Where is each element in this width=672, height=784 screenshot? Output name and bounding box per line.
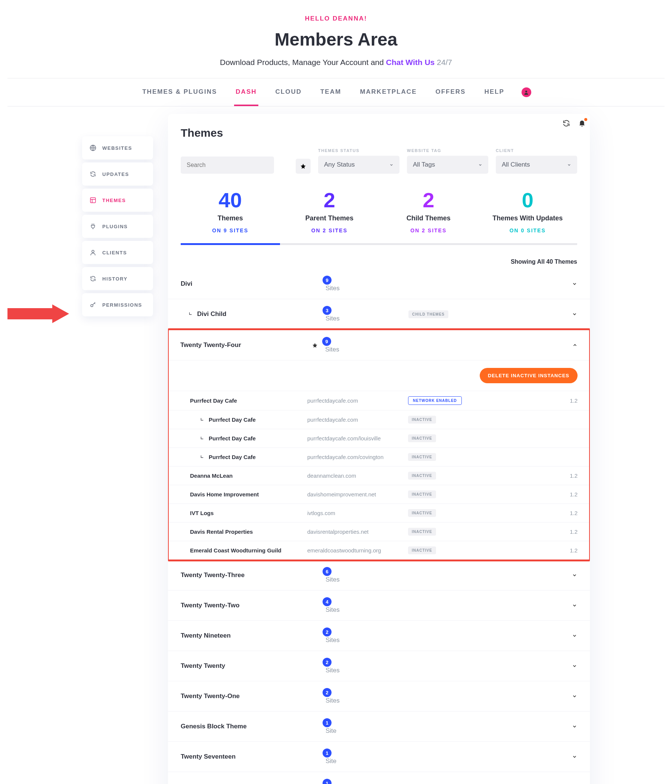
sidebar-item-label: CLIENTS	[102, 250, 127, 255]
theme-row[interactable]: Genesis Block Theme1Site	[168, 711, 590, 742]
page-subtitle: Download Products, Manage Your Account a…	[8, 58, 664, 67]
status-badge-inactive: INACTIVE	[408, 490, 436, 498]
status-filter[interactable]: Any Status	[318, 156, 399, 174]
instance-row[interactable]: Purrfect Day Cafepurrfectdaycafe.com/lou…	[169, 429, 589, 448]
instance-name: Davis Home Improvement	[180, 491, 307, 498]
instance-row[interactable]: Purrfect Day Cafepurrfectdaycafe.comNETW…	[169, 391, 589, 411]
nav-team[interactable]: TEAM	[319, 78, 343, 106]
stat-themes[interactable]: 40ThemesON 9 SITES	[181, 187, 280, 243]
refresh-icon[interactable]	[562, 119, 570, 128]
theme-row[interactable]: Twenty Twenty2Sites	[168, 651, 590, 681]
theme-row[interactable]: Twenty Sixteen1Site	[168, 772, 590, 784]
client-filter-label: CLIENT	[496, 148, 577, 153]
child-arrow-icon	[188, 311, 193, 317]
nav-themes-plugins[interactable]: THEMES & PLUGINS	[141, 78, 219, 106]
instance-name: Emerald Coast Woodturning Guild	[180, 547, 307, 554]
favorite-toggle[interactable]	[307, 342, 322, 348]
main-nav: THEMES & PLUGINSDASHCLOUDTEAMMARKETPLACE…	[8, 78, 664, 106]
stat-label: Themes	[181, 215, 280, 222]
theme-row[interactable]: Twenty Twenty-One2Sites	[168, 681, 590, 711]
sidebar-item-clients[interactable]: CLIENTS	[82, 241, 153, 264]
delete-inactive-button[interactable]: DELETE INACTIVE INSTANCES	[480, 368, 577, 383]
client-filter[interactable]: All Clients	[496, 156, 577, 174]
instance-url: purrfectdaycafe.com	[307, 417, 408, 423]
search-input[interactable]	[181, 157, 274, 174]
theme-name: Twenty Twenty-Two	[181, 602, 307, 609]
refresh-icon	[90, 275, 96, 282]
instance-name: Purrfect Day Cafe	[180, 397, 307, 404]
chevron-down-icon[interactable]	[572, 311, 577, 317]
stat-sub: ON 9 SITES	[181, 227, 280, 233]
instance-version: 1.2	[548, 510, 577, 516]
status-badge-network: NETWORK ENABLED	[408, 396, 462, 405]
stat-child-themes[interactable]: 2Child ThemesON 2 SITES	[379, 187, 478, 243]
stat-themes-with-updates[interactable]: 0Themes With UpdatesON 0 SITES	[478, 187, 577, 243]
person-icon	[90, 249, 96, 256]
instance-row[interactable]: Davis Home Improvementdavishomeimproveme…	[169, 485, 589, 504]
chevron-down-icon[interactable]	[572, 754, 577, 759]
nav-help[interactable]: HELP	[483, 78, 506, 106]
site-count-badge: 2	[323, 658, 332, 667]
site-count-badge: 4	[323, 597, 332, 606]
instance-row[interactable]: Davis Rental Propertiesdavisrentalproper…	[169, 523, 589, 541]
instance-name: Deanna McLean	[180, 473, 307, 479]
main-panel: Themes THEMES STATUS Any Status WEBSITE …	[168, 114, 590, 784]
chevron-down-icon[interactable]	[572, 603, 577, 608]
instance-name: Purrfect Day Cafe	[180, 435, 307, 442]
sidebar-item-label: THEMES	[102, 198, 126, 203]
nav-offers[interactable]: OFFERS	[434, 78, 467, 106]
chevron-down-icon[interactable]	[572, 694, 577, 699]
chevron-down-icon[interactable]	[572, 663, 577, 669]
child-arrow-icon	[200, 417, 205, 422]
sidebar-item-plugins[interactable]: PLUGINS	[82, 215, 153, 238]
instance-row[interactable]: IVT Logsivtlogs.comINACTIVE1.2	[169, 504, 589, 523]
theme-row[interactable]: Divi9Sites	[168, 269, 590, 299]
instance-url: purrfectdaycafe.com	[307, 397, 408, 404]
sidebar-item-updates[interactable]: UPDATES	[82, 162, 153, 186]
sidebar-item-history[interactable]: HISTORY	[82, 267, 153, 290]
nav-marketplace[interactable]: MARKETPLACE	[359, 78, 418, 106]
instance-row[interactable]: Deanna McLeandeannamclean.comINACTIVE1.2	[169, 467, 589, 485]
bell-icon[interactable]	[578, 119, 586, 128]
nav-dash[interactable]: DASH	[234, 78, 258, 106]
nav-cloud[interactable]: CLOUD	[274, 78, 303, 106]
chat-link[interactable]: Chat With Us	[386, 58, 435, 67]
stat-label: Child Themes	[379, 215, 478, 222]
chevron-down-icon[interactable]	[572, 572, 577, 578]
status-filter-label: THEMES STATUS	[318, 148, 399, 153]
instance-url: emeraldcoastwoodturning.org	[307, 547, 408, 554]
stat-number: 2	[280, 188, 379, 212]
sidebar: WEBSITESUPDATESTHEMESPLUGINSCLIENTSHISTO…	[82, 136, 153, 316]
instance-name: Davis Rental Properties	[180, 529, 307, 535]
instance-row[interactable]: Emerald Coast Woodturning Guildemeraldco…	[169, 541, 589, 560]
chevron-down-icon[interactable]	[572, 724, 577, 729]
chevron-down-icon[interactable]	[572, 633, 577, 638]
theme-row[interactable]: Twenty Nineteen2Sites	[168, 621, 590, 651]
refresh-icon	[90, 171, 96, 177]
favorites-filter[interactable]	[296, 159, 310, 174]
sidebar-item-websites[interactable]: WEBSITES	[82, 136, 153, 160]
instance-url: purrfectdaycafe.com/louisville	[307, 435, 408, 442]
chevron-up-icon[interactable]	[572, 342, 577, 348]
status-badge-inactive: INACTIVE	[408, 509, 436, 517]
theme-name: Genesis Block Theme	[181, 723, 307, 730]
site-count-badge: 9	[322, 337, 331, 346]
theme-row[interactable]: Divi Child3SitesCHILD THEMES	[168, 299, 590, 330]
tag-filter[interactable]: All Tags	[407, 156, 488, 174]
user-avatar[interactable]	[521, 87, 531, 97]
instance-row[interactable]: Purrfect Day Cafepurrfectdaycafe.com/cov…	[169, 448, 589, 467]
child-arrow-icon	[200, 436, 205, 441]
sidebar-item-themes[interactable]: THEMES	[82, 189, 153, 212]
stat-parent-themes[interactable]: 2Parent ThemesON 2 SITES	[280, 187, 379, 243]
site-count-badge: 2	[323, 627, 332, 636]
chevron-down-icon[interactable]	[572, 281, 577, 286]
theme-row[interactable]: Twenty Seventeen1Site	[168, 742, 590, 772]
instance-row[interactable]: Purrfect Day Cafepurrfectdaycafe.comINAC…	[169, 411, 589, 429]
site-count-badge: 2	[323, 688, 332, 697]
sidebar-item-permissions[interactable]: PERMISSIONS	[82, 293, 153, 316]
theme-row[interactable]: Twenty Twenty-Two4Sites	[168, 591, 590, 621]
theme-row[interactable]: Twenty Twenty-Three6Sites	[168, 560, 590, 591]
instance-version: 1.2	[548, 397, 577, 404]
status-badge-inactive: INACTIVE	[408, 434, 436, 442]
theme-row-expanded[interactable]: Twenty Twenty-Four 9Sites	[169, 330, 589, 361]
